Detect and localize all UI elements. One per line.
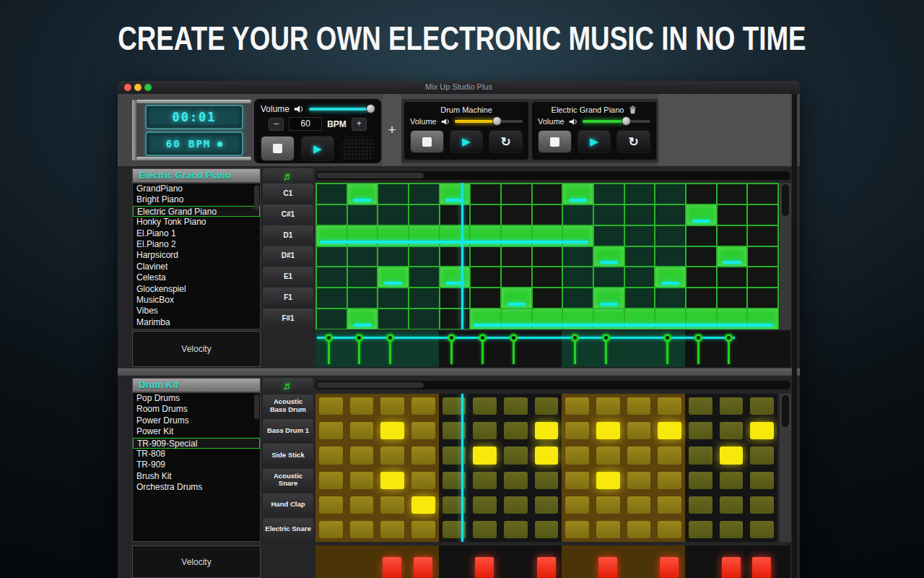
instrument-item[interactable]: Electric Grand Piano (133, 206, 260, 217)
drum-pad-grid[interactable] (315, 394, 777, 542)
drum-pad[interactable] (411, 472, 435, 489)
piano-key-label[interactable]: D#1 (263, 246, 313, 266)
drum-pad[interactable] (565, 447, 589, 464)
drum-horizontal-scrollbar[interactable] (315, 381, 790, 389)
drum-pad[interactable] (720, 521, 744, 538)
bpm-decrease-button[interactable]: – (269, 118, 284, 131)
drum-pad[interactable] (473, 422, 497, 439)
instrument-item[interactable]: GrandPiano (133, 184, 260, 194)
velocity-marker[interactable] (602, 334, 610, 342)
drum-pad[interactable] (319, 521, 343, 538)
piano-velocity-lane[interactable] (315, 331, 790, 367)
master-stop-button[interactable] (261, 136, 295, 161)
drum-pad[interactable] (750, 496, 774, 514)
drum-pad[interactable] (411, 447, 435, 464)
drum-pad[interactable] (535, 521, 559, 538)
kit-item[interactable]: Room Drums (133, 404, 260, 415)
drum-pad[interactable] (504, 422, 528, 439)
playhead[interactable] (461, 183, 463, 329)
piano-play-button[interactable]: ▶ (578, 130, 611, 153)
slider-knob[interactable] (366, 104, 375, 113)
piano-key-label[interactable]: F1 (263, 288, 313, 307)
master-play-button[interactable]: ▶ (301, 136, 335, 161)
drum-pad[interactable] (411, 397, 435, 415)
piano-key-label[interactable]: D1 (263, 225, 313, 245)
drum-pad[interactable] (627, 521, 651, 538)
drum-velocity-lane[interactable] (315, 545, 790, 578)
piano-key-label[interactable]: E1 (263, 267, 313, 286)
drum-pad[interactable] (565, 422, 589, 439)
drum-pad[interactable] (350, 521, 374, 538)
drum-pad[interactable] (596, 397, 620, 415)
drum-pad[interactable] (380, 422, 404, 439)
drum-pad[interactable] (473, 397, 497, 415)
velocity-bar[interactable] (414, 557, 432, 578)
drum-pad[interactable] (319, 397, 343, 415)
piano-key-label[interactable]: C#1 (263, 204, 313, 224)
drum-pad[interactable] (658, 397, 681, 415)
drum-pad[interactable] (535, 496, 559, 514)
drum-pad[interactable] (750, 521, 774, 538)
scrollbar-thumb[interactable] (782, 395, 789, 427)
drum-pad[interactable] (596, 496, 620, 514)
drum-pad[interactable] (689, 397, 712, 415)
list-scrollbar-thumb[interactable] (254, 394, 259, 419)
slider-knob[interactable] (492, 116, 502, 126)
piano-note-grid[interactable] (315, 183, 779, 329)
instrument-item[interactable]: El.Piano 1 (133, 228, 260, 239)
piano-key-label[interactable]: C1 (263, 184, 313, 203)
list-scrollbar-thumb[interactable] (254, 185, 259, 210)
scrollbar-thumb[interactable] (317, 173, 424, 178)
drum-pad[interactable] (350, 496, 374, 514)
drum-pad[interactable] (504, 397, 528, 415)
velocity-marker[interactable] (510, 334, 518, 342)
drum-pad[interactable] (504, 447, 528, 464)
drum-pad[interactable] (350, 447, 374, 464)
drum-pad[interactable] (750, 422, 774, 439)
velocity-bar[interactable] (383, 557, 401, 578)
drum-pad[interactable] (658, 422, 681, 439)
instrument-item[interactable]: Glockenspiel (133, 284, 260, 295)
drum-pad[interactable] (411, 422, 435, 439)
velocity-bar[interactable] (475, 557, 494, 578)
velocity-marker[interactable] (694, 334, 702, 342)
instrument-item[interactable]: Clavinet (133, 262, 260, 272)
drum-pad[interactable] (380, 447, 404, 464)
drum-pad[interactable] (319, 496, 343, 514)
drum-pad[interactable] (473, 447, 497, 464)
drum-pad[interactable] (596, 521, 620, 538)
velocity-marker[interactable] (386, 334, 394, 342)
drum-pad[interactable] (627, 472, 651, 489)
drum-pad[interactable] (750, 397, 774, 415)
kit-item[interactable]: Pop Drums (133, 393, 260, 404)
drum-pad[interactable] (565, 397, 589, 415)
drum-pad[interactable] (720, 472, 744, 489)
drum-pad[interactable] (504, 521, 528, 538)
drum-pad[interactable] (473, 472, 497, 489)
drum-pad[interactable] (596, 447, 620, 464)
drum-pad[interactable] (658, 447, 681, 464)
drum-pad[interactable] (535, 397, 559, 415)
velocity-bar[interactable] (598, 557, 617, 578)
drum-pad[interactable] (535, 472, 559, 489)
drum-pad[interactable] (720, 447, 744, 464)
drum-volume-slider[interactable] (455, 120, 523, 123)
drum-pad[interactable] (535, 422, 559, 439)
drum-row-label[interactable]: Hand Clap (263, 493, 313, 517)
drum-pad[interactable] (689, 472, 712, 489)
velocity-bar[interactable] (722, 557, 741, 578)
drum-pad[interactable] (565, 472, 589, 489)
drum-pad[interactable] (750, 447, 774, 464)
drum-pad[interactable] (535, 447, 559, 464)
instrument-item[interactable]: Marimba (133, 317, 260, 328)
velocity-bar[interactable] (660, 557, 679, 578)
drum-pad[interactable] (411, 496, 435, 514)
kit-item[interactable]: TR-909-Special (133, 438, 260, 449)
drum-pad[interactable] (350, 422, 374, 439)
add-track-button[interactable]: + (383, 94, 401, 166)
drum-pad[interactable] (720, 422, 744, 439)
instrument-item[interactable]: Honky Tonk Piano (133, 217, 260, 228)
scrollbar-thumb[interactable] (317, 382, 424, 388)
drum-pad[interactable] (565, 496, 589, 514)
drum-pad[interactable] (504, 496, 528, 514)
